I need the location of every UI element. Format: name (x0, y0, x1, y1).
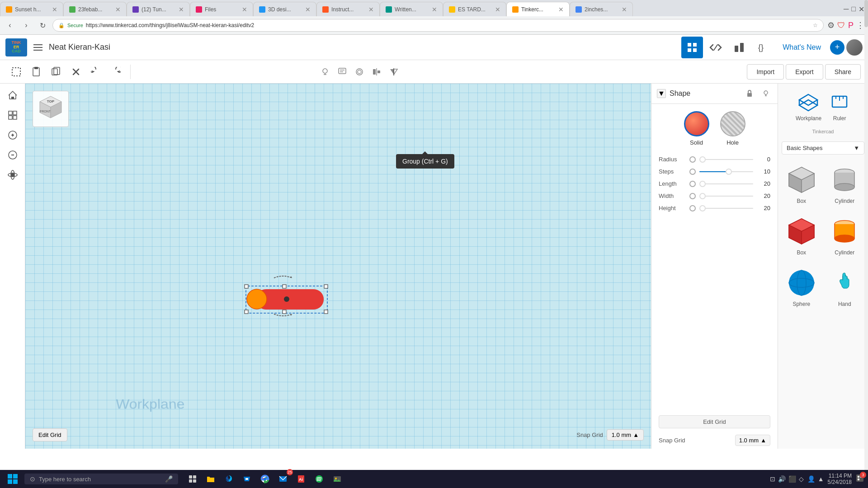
address-box[interactable]: 🔒 Secure https://www.tinkercad.com/thing… (52, 19, 824, 32)
edit-grid-button[interactable]: Edit Grid (33, 428, 67, 441)
steps-knob[interactable] (689, 169, 696, 175)
height-thumb[interactable] (699, 205, 706, 211)
tab-12tun[interactable]: (12) Tun... ✕ (127, 2, 190, 16)
zoom-in-button[interactable] (5, 127, 21, 143)
tab-close-icon[interactable]: ✕ (368, 6, 374, 13)
tab-tinkercad[interactable]: Tinkerc... ✕ (506, 2, 570, 16)
zoom-out-button[interactable] (5, 147, 21, 163)
start-button[interactable] (4, 470, 22, 488)
maximize-button[interactable]: □ (851, 5, 856, 13)
tab-written[interactable]: Written... ✕ (380, 2, 443, 16)
up-arrow-icon[interactable]: ▲ (818, 475, 824, 483)
align-tool[interactable] (368, 64, 385, 80)
snap-grid-selector[interactable]: 1.0 mm ▲ (735, 435, 770, 446)
duplicate-tool[interactable] (47, 63, 65, 81)
share-button[interactable]: Share (825, 64, 861, 80)
dropbox-tray-icon[interactable]: ◇ (799, 475, 804, 483)
code-editor-button[interactable] (705, 37, 726, 58)
menu-icon[interactable]: ⋮ (856, 20, 864, 30)
tab-close-icon[interactable]: ✕ (432, 6, 437, 13)
snap-grid-value[interactable]: 1.0 mm ▲ (607, 429, 644, 441)
shape-item-orange-cylinder[interactable]: Cylinder (825, 211, 865, 259)
export-button[interactable]: Export (786, 64, 823, 80)
tab-files[interactable]: Files ✕ (190, 2, 253, 16)
scrollbar-thumb[interactable] (864, 0, 868, 27)
bookmark-icon[interactable]: ☆ (813, 22, 818, 28)
tab-instruct[interactable]: Instruct... ✕ (316, 2, 380, 16)
taskbar-search-bar[interactable]: ⊙ Type here to search 🎤 (24, 474, 178, 484)
hole-shape-type[interactable]: Hole (720, 111, 745, 146)
extensions-icon[interactable]: ⚙ (827, 20, 835, 30)
minimize-button[interactable]: ─ (844, 5, 849, 13)
view-cube[interactable]: TOP FRONT (33, 91, 69, 127)
photos-button[interactable] (329, 471, 345, 487)
canvas-object[interactable] (233, 273, 333, 329)
back-button[interactable]: ‹ (4, 19, 16, 32)
lock-icon[interactable] (743, 87, 756, 100)
add-user-button[interactable]: + (830, 40, 844, 55)
close-button[interactable]: ✕ (859, 5, 864, 14)
tab-close-icon[interactable]: ✕ (495, 6, 500, 13)
people-icon[interactable]: 👤 (807, 475, 815, 483)
tinkercad-logo[interactable]: TINK ER CAD (5, 38, 27, 56)
notification-center[interactable]: 3 (855, 474, 864, 484)
bracket-button[interactable]: {} (752, 37, 774, 58)
box-select-tool[interactable] (7, 63, 25, 81)
tab-close-icon[interactable]: ✕ (52, 6, 57, 13)
whats-new-button[interactable]: What's New (775, 40, 828, 55)
workplane-button[interactable]: Workplane (796, 91, 821, 122)
pinterest-icon[interactable]: P (848, 21, 854, 30)
tab-estard[interactable]: ES TARD... ✕ (443, 2, 506, 16)
canvas-area[interactable]: TOP FRONT Workplane (25, 84, 651, 449)
edge-browser-button[interactable] (221, 471, 237, 487)
shape-item-blue-hand[interactable]: Hand (825, 263, 865, 311)
length-slider[interactable] (699, 183, 753, 184)
redo-tool[interactable] (107, 63, 125, 81)
tab-close-icon[interactable]: ✕ (242, 6, 247, 13)
tab-2inches[interactable]: 2inches... ✕ (570, 2, 633, 16)
tab-close-icon[interactable]: ✕ (179, 6, 184, 13)
tab-3ddes[interactable]: 3D desi... ✕ (253, 2, 316, 16)
blocks-button[interactable] (728, 37, 750, 58)
mirror-tool[interactable] (386, 64, 402, 80)
volume-tray-icon[interactable]: 🔊 (778, 475, 786, 483)
import-button[interactable]: Import (747, 64, 784, 80)
forward-button[interactable]: › (20, 19, 33, 32)
comment-tool[interactable] (334, 64, 350, 80)
shape-item-blue-sphere[interactable]: Sphere (782, 263, 821, 311)
steps-slider[interactable] (699, 171, 753, 172)
solid-shape-type[interactable]: Solid (684, 111, 709, 146)
refresh-button[interactable]: ↻ (36, 19, 49, 32)
system-clock[interactable]: 11:14 PM 5/24/2018 (828, 473, 852, 485)
microphone-icon[interactable]: 🎤 (165, 475, 173, 483)
task-view-button[interactable] (184, 471, 201, 487)
fit-view-button[interactable] (5, 107, 21, 123)
delete-tool[interactable] (67, 63, 85, 81)
file-explorer-button[interactable] (203, 471, 219, 487)
height-slider[interactable] (699, 208, 753, 209)
width-knob[interactable] (689, 193, 696, 199)
tab-close-icon[interactable]: ✕ (558, 6, 564, 13)
tab-sunset[interactable]: Sunset h... ✕ (0, 2, 63, 16)
radius-knob[interactable] (689, 156, 696, 163)
tab-23feba[interactable]: 23febab... ✕ (63, 2, 127, 16)
shape-item-grey-box[interactable]: Box (782, 160, 821, 208)
radius-thumb[interactable] (699, 156, 706, 163)
shape-item-grey-cylinder[interactable]: Cylinder (825, 160, 865, 208)
paste-tool[interactable] (27, 63, 45, 81)
width-slider[interactable] (699, 196, 753, 197)
chrome-button[interactable] (257, 471, 273, 487)
tab-close-icon[interactable]: ✕ (115, 6, 121, 13)
ruler-button[interactable]: Ruler (829, 91, 850, 122)
hamburger-menu-button[interactable] (31, 40, 45, 55)
tab-close-icon[interactable]: ✕ (305, 6, 311, 13)
length-thumb[interactable] (699, 181, 706, 187)
outlook-button[interactable]: 25 (275, 471, 291, 487)
ring-tool[interactable] (351, 64, 368, 80)
edit-grid-button-panel[interactable]: Edit Grid (659, 415, 770, 428)
store-button[interactable] (239, 471, 255, 487)
scrollbar-track[interactable] (864, 0, 868, 488)
adblock-icon[interactable]: 🛡 (837, 21, 845, 30)
steps-thumb[interactable] (726, 169, 732, 175)
height-knob[interactable] (689, 205, 696, 211)
